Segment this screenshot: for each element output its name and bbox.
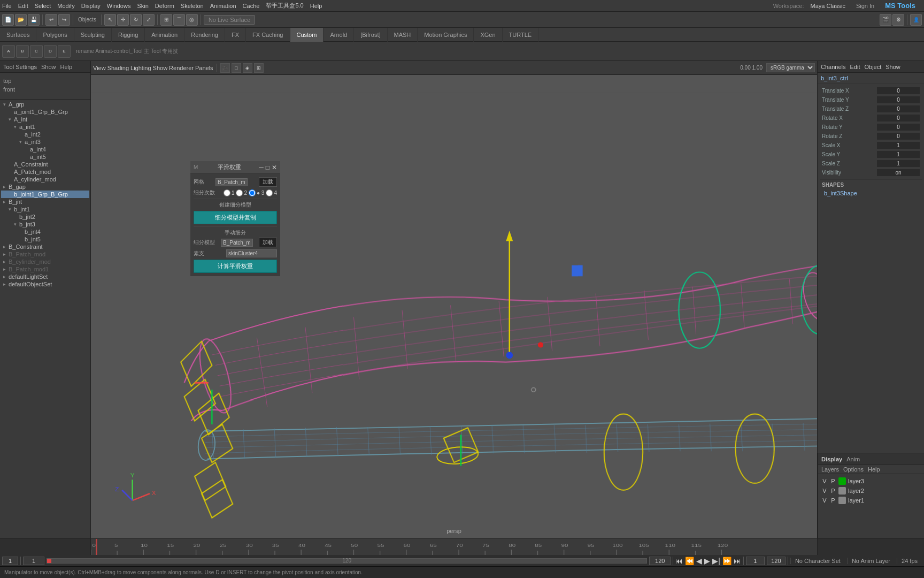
tab-rendering[interactable]: Rendering [184,28,225,42]
div-4[interactable]: 4 [266,189,277,196]
snap-curve-btn[interactable]: ⌒ [173,14,185,26]
outliner-item[interactable]: ▸a_int4 [1,146,89,153]
menu-deform[interactable]: Deform [155,3,174,9]
vp-btn-shading[interactable]: ◈ [243,63,252,73]
tab-rigging[interactable]: Rigging [112,28,145,42]
play-btn[interactable]: ▶ [704,557,710,565]
visibility-val[interactable]: on [877,169,920,176]
next-frame-btn[interactable]: ⏭ [734,557,741,565]
edit-menu[interactable]: Edit [850,64,860,70]
dialog-close-btn[interactable]: ✕ [272,164,277,171]
vp-menu-renderer[interactable]: Renderer [169,65,194,71]
outliner-item[interactable]: ▸B_jnt [1,198,89,206]
rotate-x-val[interactable]: 0 [877,115,920,121]
tool-settings-show[interactable]: Show [41,64,56,70]
dialog-minimize[interactable]: ─ [259,164,264,171]
select-tool-btn[interactable]: ↖ [104,14,116,26]
translate-z-val[interactable]: 0 [877,105,920,112]
menu-file[interactable]: File [2,3,12,9]
viewport-canvas[interactable]: X Y Z persp M 平滑权重 ─ □ ✕ [91,75,817,538]
menu-animation[interactable]: Animation [210,3,236,9]
translate-y-val[interactable]: 0 [877,96,920,103]
anim-tab[interactable]: Anim [846,456,860,462]
save-scene-btn[interactable]: 💾 [28,14,40,26]
shelf-icon-1[interactable]: A [2,45,15,58]
outliner-item[interactable]: ▸B_Patch_mod [1,250,89,258]
layers-help[interactable]: Help [868,466,880,473]
rotate-tool-btn[interactable]: ↻ [130,14,142,26]
menu-display[interactable]: Display [81,3,101,9]
outliner-item[interactable]: ▾A_int [1,116,89,123]
subd-add-btn[interactable]: 加载 [259,238,277,247]
tab-turtle[interactable]: TURTLE [503,28,539,42]
menu-toolbox[interactable]: 帮手工具盒5.0 [266,2,303,10]
prev-key-btn[interactable]: ⏪ [685,557,694,565]
rotate-y-val[interactable]: 0 [877,124,920,131]
tab-arnold[interactable]: Arnold [324,28,354,42]
outliner-item[interactable]: ▸A_cylinder_mod [1,176,89,183]
div-1[interactable]: 1 [224,189,235,196]
vp-menu-lighting[interactable]: Lighting [130,65,151,71]
range-start-input[interactable] [23,557,44,565]
outliner-item[interactable]: ▾a_int3 [1,138,89,146]
timeline[interactable]: 0 5 10 15 20 25 30 35 40 45 50 55 60 [0,538,924,554]
snap-grid-btn[interactable]: ⊞ [160,14,172,26]
front-view-label[interactable]: front [0,85,90,94]
next-1-btn[interactable]: ▶| [712,557,720,565]
scale-z-val[interactable]: 1 [877,160,920,167]
vp-menu-view[interactable]: View [93,65,106,71]
vp-btn-wire[interactable]: ⊞ [254,63,264,73]
tab-motion-graphics[interactable]: Motion Graphics [418,28,474,42]
anim-end-input[interactable] [767,557,786,565]
playback-range[interactable]: 120 [47,558,647,564]
workspace-value[interactable]: Maya Classic [811,3,845,9]
vp-menu-show[interactable]: Show [153,65,168,71]
outliner-item[interactable]: ▾b_jnt1 [1,206,89,213]
layers-menu[interactable]: Layers [821,466,839,473]
dialog-maximize[interactable]: □ [266,164,270,171]
shape-item[interactable]: b_int3Shape [820,189,922,197]
outliner-item[interactable]: ▸A_Constraint [1,161,89,168]
apply-btn-1[interactable]: 细分模型并复制 [194,211,277,224]
tab-animation[interactable]: Animation [145,28,184,42]
tab-fx[interactable]: FX [225,28,246,42]
outliner-item[interactable]: ▸defaultLightSet [1,273,89,280]
sign-in-icon[interactable]: 👤 [910,14,922,26]
mesh-add-btn[interactable]: 加载 [259,177,277,187]
outliner-item[interactable]: ▸a_int2 [1,131,89,138]
layer2-name[interactable]: layer2 [848,488,921,494]
show-menu[interactable]: Show [886,64,900,70]
vp-menu-panels[interactable]: Panels [195,65,213,71]
options-menu[interactable]: Options [843,466,864,473]
current-frame-input[interactable] [2,557,18,565]
tab-bifrost[interactable]: [ Bifrost ] [354,28,387,42]
layer1-v[interactable]: V [821,497,828,504]
redo-btn[interactable]: ↪ [58,14,70,26]
undo-btn[interactable]: ↩ [45,14,57,26]
render-btn[interactable]: 🎬 [880,14,891,26]
shelf-icon-5[interactable]: E [58,45,71,58]
vp-btn-display[interactable]: □ [232,63,241,73]
open-scene-btn[interactable]: 📂 [15,14,27,26]
anim-start-input[interactable] [746,557,765,565]
rotate-z-val[interactable]: 0 [877,133,920,140]
anim-layer-label[interactable]: No Anim Layer [847,558,895,564]
tab-sculpting[interactable]: Sculpting [74,28,112,42]
display-tab[interactable]: Display [821,456,842,462]
object-menu[interactable]: Object [864,64,881,70]
scale-x-val[interactable]: 1 [877,142,920,149]
channels-menu[interactable]: Channels [821,64,845,70]
menu-help[interactable]: Help [310,3,322,9]
menu-modify[interactable]: Modify [57,3,74,9]
menu-cache[interactable]: Cache [243,3,260,9]
outliner-item[interactable]: ▸defaultObjectSet [1,280,89,288]
outliner-item[interactable]: ▾b_jnt3 [1,220,89,228]
move-tool-btn[interactable]: ✛ [117,14,129,26]
prev-1-btn[interactable]: ◀ [696,557,702,565]
menu-select[interactable]: Select [35,3,51,9]
shelf-icon-2[interactable]: B [16,45,29,58]
outliner-item[interactable]: ▸b_jnt4 [1,228,89,235]
layer3-v[interactable]: V [821,478,828,484]
shelf-icon-3[interactable]: C [30,45,43,58]
cluster-input[interactable] [226,249,277,257]
